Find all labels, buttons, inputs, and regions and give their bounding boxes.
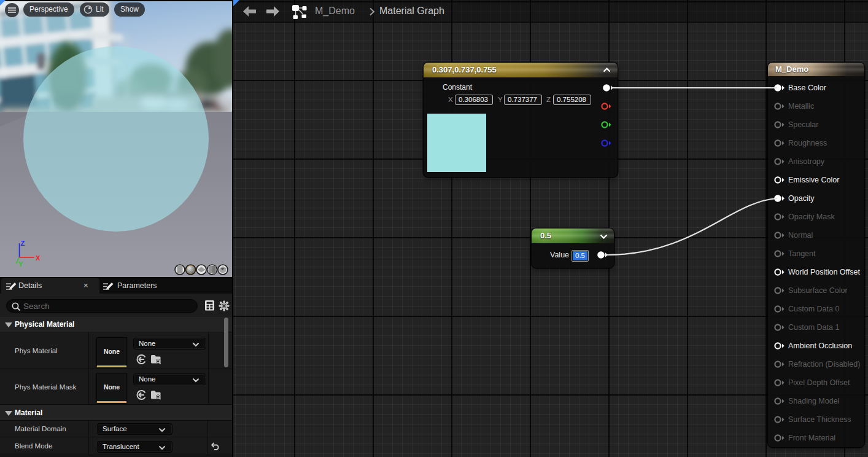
svg-text:X: X (36, 254, 41, 262)
svg-text:Y: Y (18, 260, 23, 268)
svg-text:Z: Z (21, 240, 25, 247)
